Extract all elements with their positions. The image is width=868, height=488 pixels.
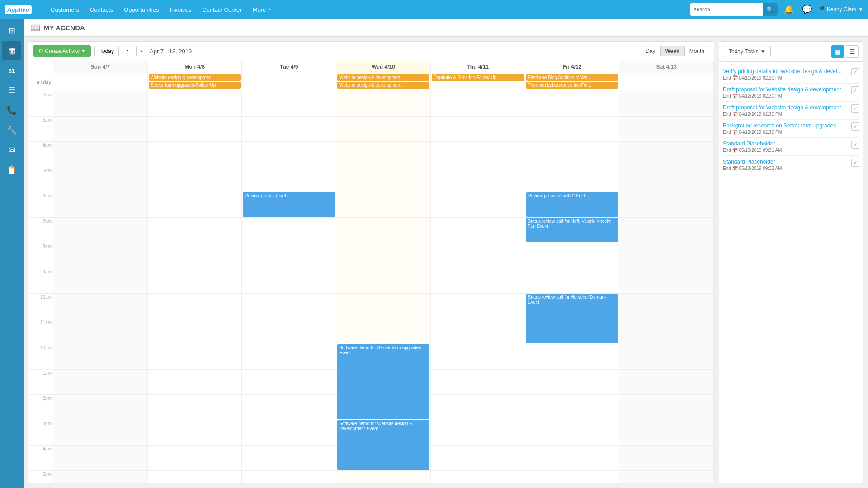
sidebar-tools[interactable]: 🔧 [2,121,21,140]
task-link-3[interactable]: Background research on Server farm upgra… [723,122,848,129]
today-tasks-button[interactable]: Today Tasks ▼ [724,46,771,57]
task-link-2[interactable]: Draft proposal for Website design & deve… [723,104,848,111]
hour-cell-day6-h11 [619,370,713,395]
allday-event-wed-2[interactable]: Website design & developmen... [337,82,429,89]
day-view-button[interactable]: Day [641,46,660,56]
task-item-0: Verify pricing details for Website desig… [723,66,859,84]
hour-cell-day4-h10 [431,344,525,370]
month-view-button[interactable]: Month [684,46,709,56]
right-panel: Today Tasks ▼ ▦ ☰ Verify pricing details… [719,41,863,483]
allday-event-wed-1[interactable]: Website design & developmen... [337,74,429,81]
hour-cell-day4-h7 [431,268,525,294]
hour-cell-day3-h2 [336,142,430,167]
time-label-7am: 7am [28,218,53,243]
task-item-4: Standard PlaceholderEnd 📅 05/13/2019 09:… [723,138,859,156]
panel-grid-view-button[interactable]: ▦ [831,45,844,58]
user-menu[interactable]: 🏴 Kenny Clark ▼ [818,6,863,13]
hour-cell-day4-h1 [431,117,525,142]
hour-cell-day1-h3 [148,167,242,192]
hour-cell-day0-h4 [53,192,147,218]
hour-cell-day4-h14 [431,446,525,471]
hour-cell-day4-h13 [431,420,525,446]
allday-event-mon-2[interactable]: Server farm upgrades-Follow Up [149,82,241,89]
task-check-4[interactable]: ✓ [851,141,859,149]
allday-cell-sun [53,73,148,91]
day-col-wed: Software demo for Server farm upgrades-E… [336,91,431,483]
task-link-0[interactable]: Verify pricing details for Website desig… [723,68,848,75]
task-item-5: Standard PlaceholderEnd 📅 05/13/2019 09:… [723,156,859,174]
sidebar-phone[interactable]: 📞 [2,101,21,120]
task-check-3[interactable]: ✓ [851,122,859,131]
create-activity-button[interactable]: ⚙ Create Activity ▼ [33,45,91,57]
nav-opportunities[interactable]: Opportunities [118,0,164,19]
calendar-event-5[interactable]: Software demo for Website design & devel… [337,420,429,470]
task-content-2: Draft proposal for Website design & deve… [723,104,848,117]
week-view-button[interactable]: Week [660,46,684,56]
calendar-event-3[interactable]: Status review call for Herschel Deman-Ev… [526,294,618,343]
task-link-4[interactable]: Standard Placeholder [723,141,848,147]
hour-cell-day3-h15 [336,471,430,483]
task-check-2[interactable]: ✓ [851,104,859,113]
allday-cell-mon: Website design & developmen... Server fa… [148,73,242,91]
sidebar-email[interactable]: ✉ [2,141,21,160]
hour-cell-day1-h13 [148,420,242,446]
allday-event-mon-1[interactable]: Website design & developmen... [149,74,241,81]
today-tasks-arrow: ▼ [760,48,766,55]
calendar-event-4[interactable]: Software demo for Server farm upgrades-E… [337,344,429,419]
task-content-5: Standard PlaceholderEnd 📅 05/13/2019 09:… [723,159,848,171]
next-week-button[interactable]: › [136,46,146,56]
search-button[interactable]: 🔍 [763,3,778,16]
task-link-1[interactable]: Draft proposal for Website design & deve… [723,86,848,93]
hour-cell-day3-h4 [336,192,430,218]
sidebar-activity[interactable]: ☰ [2,81,21,100]
task-link-5[interactable]: Standard Placeholder [723,159,848,165]
hour-cell-day0-h14 [53,446,147,471]
search-input[interactable] [690,5,763,14]
allday-event-thu-1[interactable]: Capriotto & Sons Inc-Follow Up [432,74,524,81]
hour-cell-day1-h7 [148,268,242,294]
nav-customers[interactable]: Customers [45,0,85,19]
today-button[interactable]: Today [94,46,119,56]
time-grid: 2am3am4am5am6am7am8am9am10am11am12pm1pm2… [28,91,714,483]
hour-cell-day2-h8 [242,294,336,319]
logo-text: Apptivo [5,5,32,14]
nav-more[interactable]: More▼ [247,0,277,19]
page-header: 📖 MY AGENDA [24,19,868,37]
chat-icon[interactable]: 💬 [800,5,814,14]
day-header-tue: Tue 4/9 [242,61,336,73]
hour-cell-day1-h6 [148,243,242,268]
hour-cell-day3-h6 [336,243,430,268]
hour-cell-day4-h4 [431,192,525,218]
sidebar-calendar-week[interactable]: ▦ [2,41,21,60]
hour-cell-day2-h11 [242,370,336,395]
hour-cell-day1-h0 [148,91,242,117]
hour-cell-day3-h7 [336,268,430,294]
prev-week-button[interactable]: ‹ [123,46,132,56]
calendar-event-0[interactable]: Review proposal with [243,192,335,217]
task-check-1[interactable]: ✓ [851,86,859,94]
hour-cell-day0-h1 [53,117,147,142]
nav-invoices[interactable]: Invoices [165,0,197,19]
time-label-6am: 6am [28,192,53,218]
day-header-sat: Sat 4/13 [619,61,714,73]
time-label-4pm: 4pm [28,446,53,471]
time-col-header [28,61,53,73]
hour-cell-day3-h8 [336,294,430,319]
sidebar-notes[interactable]: 📋 [2,160,21,179]
hour-cell-day0-h2 [53,142,147,167]
app-logo: Apptivo [5,5,41,14]
bell-icon[interactable]: 🔔 [782,5,796,14]
calendar-event-1[interactable]: Review proposal with Gilbert [526,192,618,217]
nav-contacts[interactable]: Contacts [85,0,118,19]
task-check-5[interactable]: ✓ [851,159,859,167]
create-dropdown-arrow: ▼ [81,49,85,53]
sidebar-home[interactable]: ⊞ [2,21,21,40]
calendar-event-2[interactable]: Status review call for Hoff, Valerie Kne… [526,218,618,242]
time-label-11am: 11am [28,319,53,344]
task-check-0[interactable]: ✓ [851,68,859,76]
sidebar-calendar-month[interactable]: 31 [2,61,21,80]
nav-contact-center[interactable]: Contact Center [197,0,247,19]
panel-list-view-button[interactable]: ☰ [846,45,859,58]
allday-event-fri-1[interactable]: FastLane Blog Addition to We... [526,74,618,81]
allday-event-fri-2[interactable]: Thornton Laboratories Inc-Fol... [526,82,618,89]
